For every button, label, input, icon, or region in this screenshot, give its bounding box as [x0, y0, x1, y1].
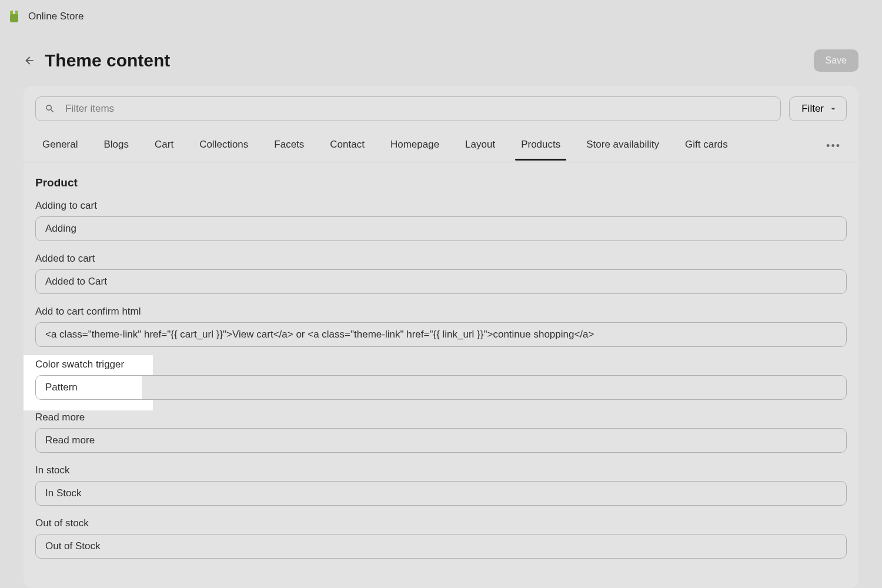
content-card: Filter General Blogs Cart Collections Fa…: [24, 86, 858, 588]
chevron-down-icon: [828, 104, 838, 113]
tab-gift-cards[interactable]: Gift cards: [672, 131, 741, 162]
tabs-more-icon[interactable]: •••: [814, 132, 853, 161]
topbar-title: Online Store: [28, 11, 84, 22]
field-input-out-of-stock[interactable]: [35, 534, 847, 559]
field-add-to-cart-confirm-html: Add to cart confirm html: [35, 306, 847, 347]
section-product: Product Adding to cart Added to cart Add…: [24, 162, 858, 588]
tab-blogs[interactable]: Blogs: [91, 131, 142, 162]
field-label: Color swatch trigger: [35, 359, 847, 370]
filter-button[interactable]: Filter: [789, 96, 847, 121]
tab-products[interactable]: Products: [508, 131, 573, 162]
field-added-to-cart: Added to cart: [35, 253, 847, 294]
tab-collections[interactable]: Collections: [186, 131, 261, 162]
field-label: Out of stock: [35, 517, 847, 529]
field-out-of-stock: Out of stock: [35, 517, 847, 559]
field-input-adding-to-cart[interactable]: [35, 216, 847, 241]
field-label: In stock: [35, 465, 847, 476]
field-read-more: Read more: [35, 412, 847, 453]
topbar: Online Store: [0, 0, 882, 33]
tabs: General Blogs Cart Collections Facets Co…: [24, 131, 858, 162]
field-input-color-swatch-trigger[interactable]: [35, 375, 847, 400]
tab-contact[interactable]: Contact: [317, 131, 377, 162]
tab-store-availability[interactable]: Store availability: [573, 131, 672, 162]
svg-rect-2: [10, 14, 18, 22]
back-arrow-icon[interactable]: [24, 55, 35, 66]
field-label: Adding to cart: [35, 200, 847, 212]
tab-layout[interactable]: Layout: [452, 131, 508, 162]
field-label: Add to cart confirm html: [35, 306, 847, 318]
tab-homepage[interactable]: Homepage: [377, 131, 452, 162]
filter-button-label: Filter: [801, 103, 824, 115]
tab-facets[interactable]: Facets: [261, 131, 317, 162]
field-label: Added to cart: [35, 253, 847, 265]
field-label: Read more: [35, 412, 847, 423]
field-in-stock: In stock: [35, 465, 847, 506]
section-title: Product: [35, 176, 847, 189]
field-adding-to-cart: Adding to cart: [35, 200, 847, 241]
tab-cart[interactable]: Cart: [142, 131, 186, 162]
save-button[interactable]: Save: [814, 49, 858, 72]
logo-icon: [7, 9, 21, 24]
tab-general[interactable]: General: [29, 131, 91, 162]
page-title: Theme content: [45, 51, 170, 71]
page-header: Theme content Save: [0, 33, 882, 86]
field-input-in-stock[interactable]: [35, 481, 847, 506]
field-color-swatch-trigger: Color swatch trigger: [35, 359, 847, 400]
search-icon: [45, 103, 55, 114]
search-input[interactable]: [35, 96, 781, 121]
field-input-read-more[interactable]: [35, 428, 847, 453]
field-input-added-to-cart[interactable]: [35, 269, 847, 294]
toolbar: Filter: [24, 86, 858, 131]
field-input-add-to-cart-confirm-html[interactable]: [35, 322, 847, 347]
